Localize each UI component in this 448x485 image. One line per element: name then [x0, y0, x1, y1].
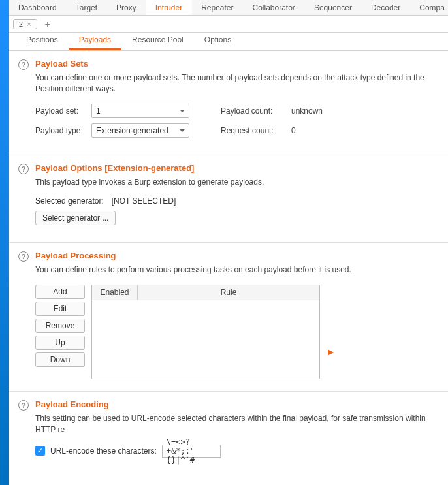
down-rule-button[interactable]: Down: [35, 352, 85, 367]
col-rule[interactable]: Rule: [138, 285, 319, 300]
close-icon[interactable]: ×: [27, 20, 31, 28]
payload-encoding-title: Payload Encoding: [35, 399, 439, 409]
help-icon[interactable]: ?: [18, 59, 29, 70]
request-count-value: 0: [291, 126, 296, 135]
attack-tab-2[interactable]: 2 ×: [13, 19, 37, 29]
remove-rule-button[interactable]: Remove: [35, 319, 85, 333]
tab-positions[interactable]: Positions: [16, 31, 69, 50]
section-payload-processing: ? Payload Processing You can define rule…: [9, 243, 448, 392]
tab-payloads[interactable]: Payloads: [69, 31, 121, 50]
attack-tabs-row: 2 × +: [9, 16, 448, 33]
tab-resource-pool[interactable]: Resource Pool: [121, 31, 194, 50]
tab-comparer[interactable]: Compa: [410, 0, 448, 15]
payload-options-desc: This payload type invokes a Burp extensi…: [35, 177, 439, 188]
tab-target[interactable]: Target: [67, 0, 107, 15]
edit-rule-button[interactable]: Edit: [35, 302, 85, 316]
payload-type-select[interactable]: Extension-generated: [91, 123, 189, 138]
add-rule-button[interactable]: Add: [35, 285, 85, 299]
tab-intruder[interactable]: Intruder: [146, 0, 192, 15]
url-encode-checkbox[interactable]: ✓: [35, 446, 45, 456]
section-payload-encoding: ? Payload Encoding This setting can be u…: [9, 392, 448, 469]
attack-tab-label: 2: [19, 20, 23, 28]
intruder-inner-tabs: Positions Payloads Resource Pool Options: [9, 33, 448, 51]
tab-dashboard[interactable]: Dashboard: [9, 0, 67, 15]
payload-count-value: unknown: [291, 106, 323, 116]
tab-sequencer[interactable]: Sequencer: [305, 0, 362, 15]
url-encode-chars-input[interactable]: \=<>?+&*;:"{}|^`#: [162, 445, 221, 458]
url-encode-label: URL-encode these characters:: [50, 446, 157, 456]
up-rule-button[interactable]: Up: [35, 336, 85, 350]
selected-generator-label: Selected generator:: [35, 196, 104, 206]
tab-repeater[interactable]: Repeater: [192, 0, 243, 15]
payload-sets-title: Payload Sets: [35, 59, 439, 69]
section-payload-options: ? Payload Options [Extension-generated] …: [9, 155, 448, 243]
request-count-label: Request count:: [221, 126, 286, 135]
section-payload-sets: ? Payload Sets You can define one or mor…: [9, 51, 448, 155]
tab-options[interactable]: Options: [194, 31, 242, 50]
tab-proxy[interactable]: Proxy: [107, 0, 146, 15]
payload-sets-desc: You can define one or more payload sets.…: [35, 72, 439, 95]
selected-generator-value: [NOT SELECTED]: [112, 196, 176, 206]
col-enabled[interactable]: Enabled: [92, 285, 138, 300]
tab-decoder[interactable]: Decoder: [362, 0, 410, 15]
payload-processing-title: Payload Processing: [35, 251, 439, 260]
top-tabs: Dashboard Target Proxy Intruder Repeater…: [9, 0, 448, 16]
help-icon[interactable]: ?: [18, 164, 29, 174]
payload-set-select[interactable]: 1: [91, 104, 189, 118]
rules-table[interactable]: Enabled Rule: [91, 285, 320, 379]
payload-type-label: Payload type:: [35, 126, 86, 135]
payload-set-label: Payload set:: [35, 106, 86, 116]
payload-encoding-desc: This setting can be used to URL-encode s…: [35, 413, 439, 435]
select-generator-button[interactable]: Select generator ...: [35, 211, 116, 225]
help-icon[interactable]: ?: [18, 251, 29, 262]
tab-collaborator[interactable]: Collaborator: [244, 0, 305, 15]
expand-arrow-icon[interactable]: ▶: [328, 347, 334, 356]
payload-processing-desc: You can define rules to perform various …: [35, 264, 439, 275]
add-tab-button[interactable]: +: [45, 19, 50, 29]
payload-options-title: Payload Options [Extension-generated]: [35, 163, 439, 173]
payload-count-label: Payload count:: [221, 106, 286, 116]
help-icon[interactable]: ?: [18, 400, 29, 411]
